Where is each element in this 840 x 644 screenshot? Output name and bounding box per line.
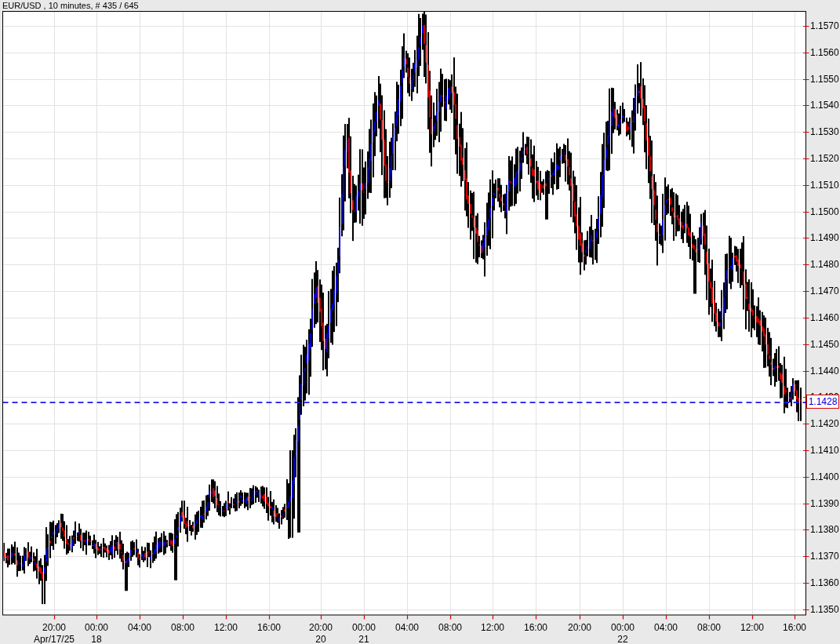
time-axis-label: 20:00 (304, 622, 338, 633)
price-axis-label: 1.1520 (810, 153, 840, 164)
price-axis-label: 1.1420 (810, 418, 840, 429)
price-axis-label: 1.1550 (810, 74, 840, 85)
time-axis-label: 16:00 (518, 622, 553, 633)
price-axis-label: 1.1440 (810, 366, 840, 377)
price-axis-label: 1.1400 (810, 471, 840, 482)
time-axis-label: 08:00 (692, 622, 726, 633)
price-axis-label: 1.1470 (810, 286, 840, 297)
price-axis-label: 1.1540 (810, 100, 840, 111)
price-chart-canvas (0, 0, 840, 644)
time-axis-label: 12:00 (735, 622, 769, 633)
time-axis-label: 20:00 (37, 622, 71, 633)
date-label: 22 (594, 634, 652, 644)
price-axis-label: 1.1490 (810, 232, 840, 243)
time-axis-label: 08:00 (433, 622, 467, 633)
time-axis-label: 00:00 (347, 622, 381, 633)
price-axis-label: 1.1360 (810, 577, 840, 588)
time-axis-label: 12:00 (209, 622, 243, 633)
time-axis-label: 16:00 (252, 622, 286, 633)
price-axis-label: 1.1350 (810, 604, 840, 615)
price-axis-label: 1.1480 (810, 259, 840, 270)
time-axis-label: 08:00 (165, 622, 200, 633)
price-axis-label: 1.1570 (810, 20, 840, 31)
time-axis-label: 00:00 (79, 622, 114, 633)
time-axis-label: 20:00 (562, 622, 597, 633)
price-axis-label: 1.1410 (810, 445, 840, 456)
time-axis-label: 04:00 (390, 622, 424, 633)
price-axis-label: 1.1450 (810, 339, 840, 350)
time-axis-label: 00:00 (605, 622, 640, 633)
last-price-value: 1.1428 (809, 396, 838, 407)
price-axis-label: 1.1510 (810, 180, 840, 191)
price-axis-label: 1.1530 (810, 126, 840, 137)
price-axis-label: 1.1380 (810, 524, 840, 535)
time-axis-label: 04:00 (122, 622, 157, 633)
last-price-box: 1.1428 (806, 395, 839, 409)
date-label: 21 (335, 634, 393, 644)
price-axis-label: 1.1460 (810, 312, 840, 323)
price-axis-label: 1.1390 (810, 498, 840, 509)
time-axis-label: 12:00 (475, 622, 510, 633)
date-label: 18 (67, 634, 125, 644)
chart-title: EUR/USD , 10 minutes, # 435 / 645 (2, 1, 139, 10)
chart-window: EUR/USD , 10 minutes, # 435 / 645 1.1570… (0, 0, 840, 644)
time-axis-label: 16:00 (777, 622, 812, 633)
price-axis-label: 1.1370 (810, 551, 840, 562)
price-axis-label: 1.1560 (810, 47, 840, 58)
time-axis-label: 04:00 (649, 622, 683, 633)
price-axis-label: 1.1500 (810, 206, 840, 217)
